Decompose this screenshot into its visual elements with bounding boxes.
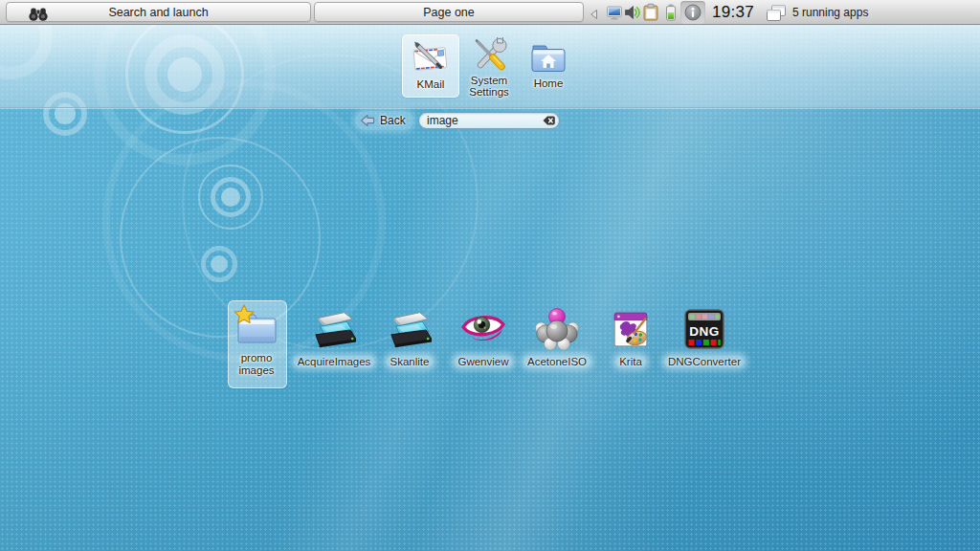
- result-item-gwenview[interactable]: Gwenview: [445, 300, 522, 388]
- result-item-skanlite[interactable]: Skanlite: [371, 300, 448, 388]
- result-label: AcetoneISO: [523, 356, 590, 367]
- search-box: [418, 112, 560, 129]
- search-input[interactable]: [419, 113, 542, 128]
- binoculars-icon: [28, 6, 49, 25]
- result-label: promo images: [231, 352, 282, 377]
- tab-page-one[interactable]: Page one: [314, 2, 584, 22]
- desktop-screen: KMail System Settings: [0, 0, 980, 551]
- windows-icon: [766, 4, 787, 22]
- favorite-item-home[interactable]: Home: [520, 34, 577, 98]
- result-label: AcquireImages: [294, 356, 375, 367]
- result-item-krita[interactable]: Krita: [592, 300, 669, 388]
- wallpaper-circle: [221, 187, 240, 207]
- dng-icon: DNG: [681, 306, 727, 352]
- result-label: Gwenview: [454, 356, 512, 367]
- back-button-label: Back: [380, 114, 406, 127]
- system-settings-icon: [471, 36, 507, 74]
- top-panel: Search and launch Page one: [0, 0, 980, 25]
- favorite-label: Home: [534, 77, 564, 89]
- volume-icon[interactable]: [624, 4, 641, 25]
- back-button[interactable]: Back: [355, 111, 413, 130]
- favorite-label: System Settings: [460, 75, 518, 98]
- clipboard-icon[interactable]: [642, 3, 659, 26]
- battery-icon[interactable]: [663, 3, 679, 26]
- result-label: Skanlite: [387, 356, 434, 367]
- favorite-item-system-settings[interactable]: System Settings: [460, 34, 518, 98]
- molecule-icon: [534, 306, 580, 352]
- running-apps-button[interactable]: 5 running apps: [760, 0, 874, 25]
- tab-label: Page one: [423, 6, 475, 19]
- eye-icon: [460, 306, 506, 352]
- scanner-icon: [311, 306, 357, 352]
- paint-window-icon: [608, 306, 654, 352]
- favorite-label: KMail: [417, 78, 445, 90]
- tab-search-and-launch[interactable]: Search and launch: [6, 2, 311, 22]
- display-icon[interactable]: [606, 4, 623, 25]
- home-folder-icon: [529, 36, 568, 77]
- result-item-acquireimages[interactable]: AcquireImages: [296, 300, 372, 388]
- chevron-left-icon[interactable]: [590, 7, 598, 24]
- back-arrow-icon: [360, 114, 375, 127]
- clock[interactable]: 19:37: [706, 2, 760, 23]
- result-label: DNGConverter: [664, 356, 745, 367]
- result-item-promo-images[interactable]: promo images: [218, 300, 295, 388]
- folder-favorite-icon: [234, 303, 279, 349]
- result-label: Krita: [615, 356, 646, 367]
- running-apps-label: 5 running apps: [792, 6, 868, 19]
- result-item-acetoneiso[interactable]: AcetoneISO: [519, 300, 595, 388]
- tab-label: Search and launch: [108, 6, 208, 19]
- info-icon[interactable]: [684, 4, 702, 25]
- favorite-item-kmail[interactable]: KMail: [402, 34, 459, 98]
- clear-input-icon[interactable]: [542, 115, 556, 126]
- scanner-icon: [387, 306, 433, 352]
- kmail-icon: [412, 37, 450, 77]
- svg-text:DNG: DNG: [689, 324, 720, 339]
- wallpaper-circle: [211, 255, 228, 273]
- result-item-dngconverter[interactable]: DNG DNGConverter: [666, 300, 743, 388]
